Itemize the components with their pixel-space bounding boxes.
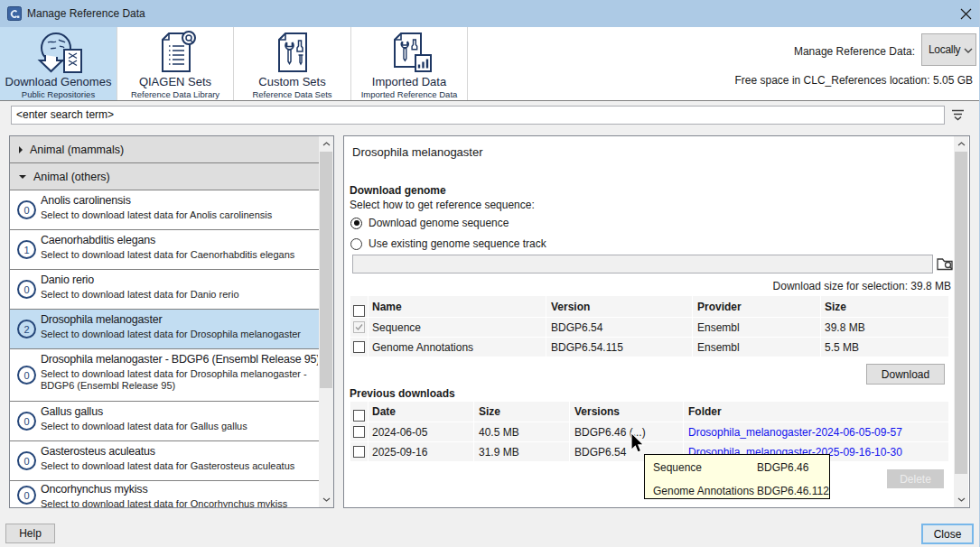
list-item-gasterosteus-aculeatus[interactable]: 0 Gasterosteus aculeatus Select to downl… <box>10 441 319 481</box>
tab-custom-sets[interactable]: Custom Sets Reference Data Sets <box>234 27 351 100</box>
column-header-folder[interactable]: Folder <box>688 402 722 422</box>
list-item-anolis-carolinensis[interactable]: 0 Anolis carolinensis Select to download… <box>10 190 319 230</box>
location-select-value: Locally <box>929 43 960 56</box>
radio-selected-icon <box>350 218 362 229</box>
item-title: Anolis carolinensis <box>41 194 318 207</box>
item-title: Caenorhabditis elegans <box>41 234 318 246</box>
radio-use-existing-track[interactable]: Use existing genome sequence track <box>350 237 546 250</box>
download-size-note: Download size for selection: 39.8 MB <box>773 280 951 292</box>
help-button[interactable]: Help <box>5 524 55 543</box>
radio-download-genome-sequence[interactable]: Download genome sequence <box>350 217 509 229</box>
list-item-gallus-gallus[interactable]: 0 Gallus gallus Select to download lates… <box>10 402 319 441</box>
cell-name: Genome Annotations <box>372 338 473 357</box>
category-animal-mammals[interactable]: Animal (mammals) <box>10 136 319 163</box>
browse-folder-icon[interactable] <box>937 256 954 274</box>
column-header-size[interactable]: Size <box>479 402 500 422</box>
tab-download-genomes[interactable]: Download Genomes Public Repositories <box>0 27 117 100</box>
title-bar: Manage Reference Data <box>0 0 980 27</box>
list-item-drosophila-melanogaster[interactable]: 2 Drosophila melanogaster Select to down… <box>10 310 319 349</box>
tab-sublabel: Public Repositories <box>22 89 95 99</box>
select-all-checkbox[interactable] <box>353 305 365 317</box>
right-scrollbar-thumb[interactable] <box>955 152 967 474</box>
count-badge: 0 <box>17 280 36 299</box>
list-item-drosophila-bdgp6[interactable]: 0 Drosophila melanogaster - BDGP6 (Ensem… <box>10 349 319 402</box>
column-header-versions[interactable]: Versions <box>574 402 620 422</box>
count-badge: 1 <box>17 240 36 259</box>
item-title: Drosophila melanogaster - BDGP6 (Ensembl… <box>41 353 318 366</box>
filter-icon[interactable] <box>950 107 966 125</box>
scroll-down-icon[interactable] <box>954 492 968 507</box>
tooltip-value: BDGP6.46 <box>757 461 808 474</box>
cell-size: 5.5 MB <box>825 338 859 357</box>
download-genomes-icon <box>33 32 85 73</box>
genome-table-row-sequence[interactable]: Sequence BDGP6.54 Ensembl 39.8 MB <box>350 318 948 337</box>
left-scrollbar[interactable] <box>319 136 333 507</box>
previous-row-2024[interactable]: 2024-06-05 40.5 MB BDGP6.46 (...) Drosop… <box>350 422 948 441</box>
qiagen-sets-icon <box>149 32 201 73</box>
cell-provider: Ensembl <box>697 318 740 337</box>
search-input[interactable]: <enter search term> <box>11 106 945 125</box>
expanded-arrow-icon <box>18 174 27 180</box>
delete-button[interactable]: Delete <box>887 469 944 488</box>
close-button[interactable]: Close <box>921 524 974 544</box>
download-button[interactable]: Download <box>866 364 945 385</box>
tab-qiagen-sets[interactable]: QIAGEN Sets Reference Data Library <box>117 27 234 100</box>
previous-downloads-heading: Previous downloads <box>350 387 455 400</box>
cell-size: 39.8 MB <box>825 318 865 337</box>
list-item-oncorhynchus-mykiss[interactable]: 0 Oncorhynchus mykiss Select to download… <box>10 481 319 507</box>
item-subtitle: Select to download latest data for Danio… <box>41 289 317 301</box>
window-title: Manage Reference Data <box>27 7 145 20</box>
genome-list-panel: Animal (mammals) Animal (others) 0 Anoli… <box>9 135 334 508</box>
list-item-danio-rerio[interactable]: 0 Danio rerio Select to download latest … <box>10 270 319 310</box>
right-scrollbar[interactable] <box>954 136 968 507</box>
item-title: Oncorhynchus mykiss <box>41 483 318 496</box>
genome-table-row-annotations[interactable]: Genome Annotations BDGP6.54.115 Ensembl … <box>350 338 948 357</box>
cell-provider: Ensembl <box>697 338 740 357</box>
mouse-cursor <box>630 432 645 453</box>
left-scrollbar-thumb[interactable] <box>320 152 332 388</box>
tooltip-value: BDGP6.46.112 <box>757 485 829 497</box>
manage-reference-data-label: Manage Reference Data: <box>794 45 915 58</box>
category-animal-others[interactable]: Animal (others) <box>10 163 319 190</box>
collapsed-arrow-icon <box>18 145 23 154</box>
scroll-down-icon[interactable] <box>319 492 333 507</box>
item-title: Drosophila melanogaster <box>41 313 318 326</box>
list-item-caenorhabditis-elegans[interactable]: 1 Caenorhabditis elegans Select to downl… <box>10 230 319 270</box>
close-icon <box>960 8 972 20</box>
previous-downloads-table: Date Size Versions Folder 2024-06-05 40.… <box>350 402 948 461</box>
select-all-checkbox[interactable] <box>353 410 365 422</box>
cell-versions: BDGP6.54 <box>574 442 626 461</box>
detail-panel: Drosophila melanogaster Download genome … <box>343 135 970 508</box>
column-header-name[interactable]: Name <box>372 296 402 317</box>
column-header-provider[interactable]: Provider <box>697 296 742 317</box>
imported-data-icon <box>383 32 435 73</box>
item-subtitle: Select to download latest data for Caeno… <box>41 249 317 261</box>
category-label: Animal (others) <box>33 171 110 183</box>
cell-version: BDGP6.54.115 <box>551 338 623 357</box>
row-checkbox-checked[interactable] <box>353 321 365 333</box>
item-subtitle: Select to download latest data for Anoli… <box>41 209 317 221</box>
row-checkbox[interactable] <box>353 341 365 353</box>
item-title: Danio rerio <box>41 274 318 286</box>
window-close-button[interactable] <box>955 5 976 22</box>
location-select[interactable]: Locally <box>921 33 976 66</box>
tab-label: QIAGEN Sets <box>139 76 211 88</box>
cell-folder-link[interactable]: Drosophila_melanogaster-2024-06-05-09-57 <box>688 422 902 441</box>
item-subtitle: Select to download latest data for Oncor… <box>41 498 317 507</box>
scroll-up-icon[interactable] <box>954 136 968 152</box>
scroll-up-icon[interactable] <box>319 136 333 152</box>
sequence-track-input[interactable] <box>352 255 933 274</box>
cell-size: 31.9 MB <box>479 442 519 461</box>
tooltip-label: Sequence <box>653 461 702 474</box>
column-header-version[interactable]: Version <box>551 296 590 317</box>
column-header-size[interactable]: Size <box>825 296 846 317</box>
row-checkbox[interactable] <box>353 446 365 458</box>
detail-title: Drosophila melanogaster <box>352 145 483 159</box>
tab-imported-data[interactable]: Imported Data Imported Reference Data <box>351 27 468 100</box>
row-checkbox[interactable] <box>353 426 365 438</box>
column-header-date[interactable]: Date <box>372 402 396 422</box>
radio-label: Use existing genome sequence track <box>369 237 546 250</box>
tab-sublabel: Reference Data Library <box>131 89 219 99</box>
item-subtitle: Select to download latest data for Droso… <box>41 329 317 340</box>
tooltip-label: Genome Annotations <box>653 485 754 497</box>
